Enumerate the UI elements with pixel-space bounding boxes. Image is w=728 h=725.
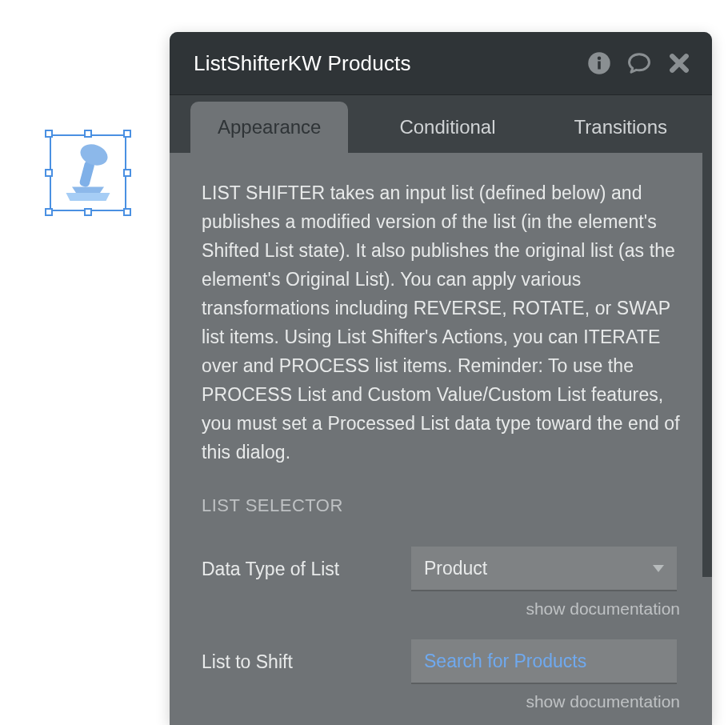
list-to-shift-input[interactable]: Search for Products	[411, 639, 677, 684]
doc-link-data-type[interactable]: show documentation	[202, 599, 680, 619]
tab-conditional[interactable]: Conditional	[372, 102, 522, 153]
info-icon[interactable]	[587, 51, 611, 75]
panel-header-actions	[587, 51, 691, 75]
resize-handle-tr[interactable]	[123, 130, 131, 138]
svg-point-1	[78, 141, 110, 169]
doc-link-list-to-shift[interactable]: show documentation	[202, 692, 680, 711]
plugin-description: LIST SHIFTER takes an input list (define…	[202, 178, 680, 467]
resize-handle-ml[interactable]	[45, 169, 53, 177]
panel-body: LIST SHIFTER takes an input list (define…	[170, 153, 712, 725]
close-icon[interactable]	[667, 51, 691, 75]
resize-handle-mr[interactable]	[123, 169, 131, 177]
field-row-data-type: Data Type of List Product	[202, 547, 680, 591]
property-editor-panel: ListShifterKW Products Appearance Condit…	[170, 32, 712, 725]
selection-box	[50, 134, 126, 211]
data-type-select[interactable]: Product	[411, 547, 677, 591]
section-label-list-selector: LIST SELECTOR	[202, 495, 680, 516]
scrollbar[interactable]	[702, 153, 712, 577]
field-label-data-type: Data Type of List	[202, 559, 411, 580]
tab-appearance[interactable]: Appearance	[190, 102, 348, 153]
plugin-icon	[56, 141, 120, 205]
canvas-selected-element[interactable]	[50, 134, 126, 211]
resize-handle-bm[interactable]	[84, 208, 92, 216]
panel-header: ListShifterKW Products	[170, 32, 712, 95]
comment-icon[interactable]	[627, 51, 651, 75]
resize-handle-br[interactable]	[123, 208, 131, 216]
field-label-list-to-shift: List to Shift	[202, 651, 411, 673]
resize-handle-tl[interactable]	[45, 130, 53, 138]
data-type-select-value: Product	[424, 558, 487, 579]
chevron-down-icon	[653, 565, 664, 572]
tabs-bar: Appearance Conditional Transitions	[170, 95, 712, 153]
svg-rect-3	[598, 62, 601, 70]
list-to-shift-value: Search for Products	[424, 651, 586, 672]
panel-title: ListShifterKW Products	[194, 51, 411, 76]
tab-transitions[interactable]: Transitions	[547, 102, 694, 153]
resize-handle-tm[interactable]	[84, 130, 92, 138]
svg-point-4	[598, 57, 602, 61]
field-row-list-to-shift: List to Shift Search for Products	[202, 639, 680, 684]
resize-handle-bl[interactable]	[45, 208, 53, 216]
